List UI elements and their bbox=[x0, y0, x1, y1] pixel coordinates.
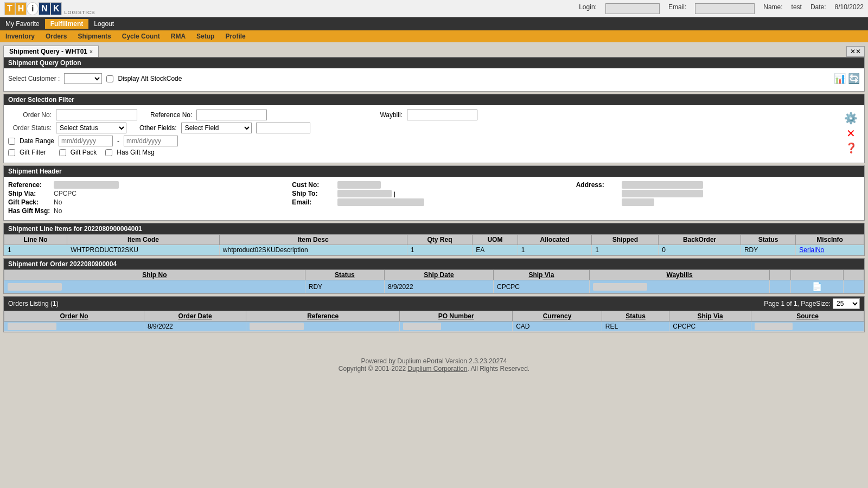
ship-via-value: CPCPC bbox=[54, 190, 76, 197]
cell-reference bbox=[246, 322, 400, 332]
date-to-input[interactable] bbox=[124, 136, 178, 146]
cell-uom: EA bbox=[473, 245, 518, 255]
footer-line1: Powered by Duplium ePortal Version 2.3.2… bbox=[9, 357, 859, 365]
waybills-col-link[interactable]: Waybills bbox=[667, 271, 693, 279]
shipment-header-body: Reference: Ship Via: CPCPC Gift Pack: No… bbox=[4, 177, 864, 220]
display-alt-checkbox[interactable] bbox=[106, 75, 113, 82]
source-col-link[interactable]: Source bbox=[796, 312, 819, 320]
has-gift-msg-value: No bbox=[54, 207, 62, 215]
cell-order-status: REL bbox=[602, 322, 669, 332]
serial-no-link[interactable]: SerialNo bbox=[799, 246, 824, 254]
logo-box: T H i N K bbox=[4, 2, 62, 15]
document-icon[interactable]: 📄 bbox=[812, 282, 822, 291]
order-no-col-link[interactable]: Order No bbox=[60, 312, 88, 320]
nav-my-favorite[interactable]: My Favorite bbox=[0, 19, 45, 29]
po-number-col-link[interactable]: PO Number bbox=[438, 312, 474, 320]
col-misc-info: MiscInfo bbox=[796, 235, 864, 245]
cell-ship-no[interactable] bbox=[4, 280, 305, 293]
nav-fulfillment[interactable]: Fulfillment bbox=[45, 19, 89, 29]
address-row3 bbox=[576, 198, 851, 206]
nav-profile[interactable]: Profile bbox=[220, 31, 251, 41]
gift-pack-row: Gift Pack: No bbox=[8, 198, 283, 206]
nav-rma[interactable]: RMA bbox=[165, 31, 191, 41]
cell-order-no[interactable] bbox=[4, 322, 144, 332]
page-size-select[interactable]: 25 50 100 bbox=[833, 298, 860, 309]
col-reference: Reference bbox=[246, 311, 400, 322]
status-col-link[interactable]: Status bbox=[335, 271, 355, 279]
cell-currency: CAD bbox=[513, 322, 602, 332]
table-row[interactable]: RDY 8/9/2022 CPCPC 📄 bbox=[4, 280, 864, 293]
order-status-col-link[interactable]: Status bbox=[626, 312, 646, 320]
table-row[interactable]: 1 WHTPRODUCT02SKU whtproduct02SKUDescrip… bbox=[4, 245, 864, 255]
gift-pack-checkbox[interactable] bbox=[59, 149, 66, 156]
gift-filter-checkbox[interactable] bbox=[8, 149, 15, 156]
nav-orders[interactable]: Orders bbox=[40, 31, 72, 41]
ship-no-col-link[interactable]: Ship No bbox=[142, 271, 167, 279]
email-label: Email: bbox=[668, 3, 686, 14]
shipment-order-header-row: Ship No Status Ship Date Ship Via Waybil… bbox=[4, 270, 864, 280]
col-source: Source bbox=[751, 311, 864, 322]
page-info: Page 1 of 1, PageSize: bbox=[764, 300, 831, 307]
reference-col-link[interactable]: Reference bbox=[307, 312, 339, 320]
login-input[interactable] bbox=[605, 3, 660, 14]
order-status-select[interactable]: Select Status RDY REL SHIP HOLD bbox=[56, 123, 126, 133]
top-bar: T H i N K LOGISTICS Login: Email: Name: … bbox=[0, 0, 868, 17]
col-ship-no: Ship No bbox=[4, 270, 305, 280]
cell-misc-info[interactable]: SerialNo bbox=[796, 245, 864, 255]
date-range-checkbox[interactable] bbox=[8, 138, 15, 145]
ship-date-col-link[interactable]: Ship Date bbox=[424, 271, 454, 279]
close-window-button[interactable]: ✕✕ bbox=[846, 46, 865, 57]
cell-order-date: 8/9/2022 bbox=[144, 322, 246, 332]
currency-col-link[interactable]: Currency bbox=[543, 312, 572, 320]
other-fields-label: Other Fields: bbox=[139, 124, 177, 132]
order-date-col-link[interactable]: Order Date bbox=[178, 312, 212, 320]
logo-k: K bbox=[50, 2, 62, 15]
date-range-label: Date Range bbox=[20, 137, 54, 145]
nav-inventory[interactable]: Inventory bbox=[0, 31, 40, 41]
table-row[interactable]: 8/9/2022 CAD REL CPCPC bbox=[4, 322, 864, 332]
has-gift-msg-label-hdr: Has Gift Msg: bbox=[8, 207, 52, 215]
nav-secondary: Inventory Orders Shipments Cycle Count R… bbox=[0, 30, 868, 42]
name-value: test bbox=[792, 3, 802, 14]
ship-to-suffix: j bbox=[394, 190, 395, 197]
select-customer-dropdown[interactable] bbox=[64, 73, 102, 84]
help-icon[interactable]: ❓ bbox=[845, 142, 857, 154]
nav-shipments[interactable]: Shipments bbox=[72, 31, 116, 41]
cell-doc-icon[interactable]: 📄 bbox=[790, 280, 843, 293]
waybill-input[interactable] bbox=[407, 110, 477, 120]
orders-listing-title: Orders Listing (1) bbox=[8, 300, 59, 307]
reference-value-cell bbox=[250, 323, 304, 330]
nav-setup[interactable]: Setup bbox=[191, 31, 220, 41]
clear-filter-icon[interactable]: ✕ bbox=[846, 127, 856, 140]
other-fields-value[interactable] bbox=[256, 123, 310, 133]
tab-close[interactable]: × bbox=[90, 49, 93, 55]
other-fields-select[interactable]: Select Field PO Number Reference Waybill bbox=[181, 123, 252, 133]
address-label: Address: bbox=[576, 181, 620, 189]
shipment-line-items-panel: Shipment Line Items for 2022080900004001… bbox=[3, 223, 865, 256]
filter-icon[interactable]: ⚙️ bbox=[844, 112, 858, 125]
col-waybills: Waybills bbox=[589, 270, 769, 280]
nav-cycle-count[interactable]: Cycle Count bbox=[117, 31, 165, 41]
tab-shipment-query[interactable]: Shipment Query - WHT01 × bbox=[3, 46, 99, 57]
ship-no-value bbox=[8, 283, 62, 291]
email-input[interactable] bbox=[695, 3, 755, 14]
date-from-input[interactable] bbox=[59, 136, 113, 146]
reference-no-input[interactable] bbox=[196, 110, 267, 120]
duplium-link[interactable]: Duplium Corporation bbox=[407, 365, 467, 373]
cell-ship-via: CPCPC bbox=[493, 280, 589, 293]
ship-via-col-link[interactable]: Ship Via bbox=[528, 271, 554, 279]
export-icon[interactable]: 📊 bbox=[834, 73, 846, 85]
col-actions3 bbox=[843, 270, 864, 280]
date-range-row: Date Range - bbox=[8, 136, 842, 146]
order-status-row: Order Status: Select Status RDY REL SHIP… bbox=[8, 123, 842, 133]
col-po-number: PO Number bbox=[400, 311, 513, 322]
order-ship-via-col-link[interactable]: Ship Via bbox=[698, 312, 723, 320]
col-order-status: Status bbox=[602, 311, 669, 322]
shipment-header-panel: Shipment Header Reference: Ship Via: CPC… bbox=[3, 165, 865, 221]
has-gift-msg-checkbox[interactable] bbox=[105, 149, 112, 156]
refresh-icon[interactable]: 🔄 bbox=[848, 73, 860, 85]
col-item-desc: Item Desc bbox=[219, 235, 407, 245]
nav-logout[interactable]: Logout bbox=[88, 19, 119, 29]
order-no-input[interactable] bbox=[56, 110, 137, 120]
address-line3 bbox=[622, 198, 654, 206]
